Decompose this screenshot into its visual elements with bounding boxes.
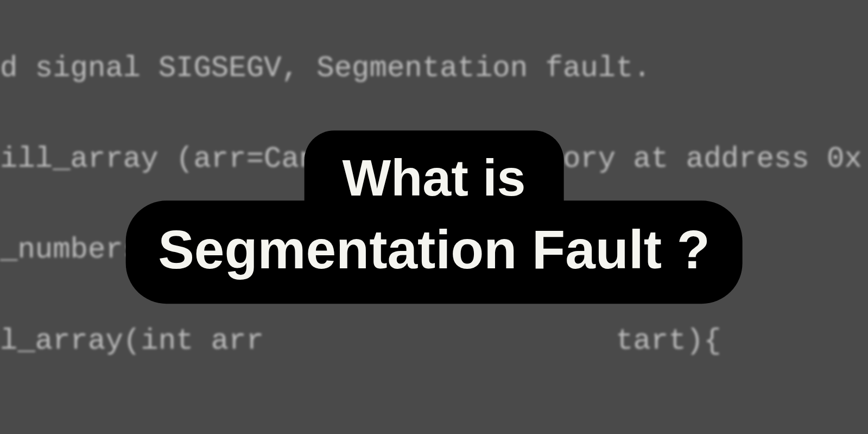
title-line-1: What is: [305, 130, 564, 217]
code-line: d signal SIGSEGV, Segmentation fault.: [0, 46, 868, 91]
title-callout: What is Segmentation Fault ?: [125, 130, 743, 304]
code-line: l_array(int arr tart){: [0, 318, 868, 364]
